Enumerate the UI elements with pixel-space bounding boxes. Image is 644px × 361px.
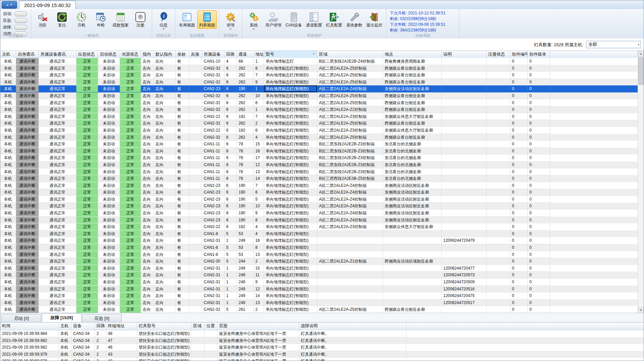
fault-column-header[interactable]: 回路 [95,322,106,330]
reset-button[interactable]: 复位 [53,10,71,29]
table-row[interactable]: 本机通讯中断通讯正常正常未启动正常左向左向有CAN2-23619010单向地埋标… [0,203,644,210]
tab-emergency[interactable]: 应急 [0] [82,314,122,322]
annual-check-button[interactable]: 年检 [91,10,110,29]
main-column-header[interactable]: 通道 [237,51,254,58]
table-row[interactable]: 本机通讯中断通讯正常正常未启动正常左向左向有CAN2-31124916单向地埋标… [0,237,644,244]
scrollbar-thumb[interactable] [638,57,644,85]
table-row[interactable]: 本机通讯中断通讯正常正常未启动正常左向左向有CAN1-1167816单向地埋标志… [0,148,644,155]
table-row[interactable]: 本机通讯中断通讯正常正常未启动正常左向左向有CAN2-2361906单向地埋标志… [0,189,644,196]
info-button[interactable]: i 信息 ▾ [154,10,173,31]
fault-row[interactable]: 2021-09-09 15:39:59.982本机CAN2-34246壁挂安全出… [0,344,644,351]
table-row[interactable]: 本机通讯中断通讯正常正常未启动正常左向左向有CAN2-3262621单向地埋标志… [0,106,644,113]
can-device-button[interactable]: CAN设备 [284,10,304,29]
fault-column-header[interactable]: 灯具型号 [137,322,191,330]
tab-start[interactable]: 启动 [0] [2,314,41,322]
table-row[interactable]: 本机通讯中断通讯正常正常未启动正常左向左向有CAN1-855313单向地埋标志灯… [0,251,644,258]
table-row[interactable]: 本机通讯中断通讯正常正常未启动正常左向左向有CAN2-2361901单向地埋标志… [0,85,644,92]
tab-fault[interactable]: 故障 [1529] [42,313,81,322]
main-column-header[interactable]: 默认指向 [154,51,176,58]
table-row[interactable]: 本机通讯中断通讯正常正常未启动正常左向左向有CAN2-2361909单向地埋标志… [0,210,644,217]
app-menu-button[interactable]: ≡ ▼ [2,1,17,9]
fault-column-header[interactable]: 故障说明 [299,322,406,330]
table-row[interactable]: 本机通讯中断通讯正常正常未启动正常左向左向有CAN1-1167814单向地埋标志… [0,175,644,182]
table-row[interactable]: 本机通讯中断通讯正常正常未启动正常左向左向有CAN2-2361908单向地埋标志… [0,217,644,224]
user-management-button[interactable]: 用户管理 [264,10,283,29]
main-column-header[interactable]: 反接 [189,51,202,58]
table-row[interactable]: 本机通讯中断通讯正常正常未启动正常左向左向有CAN2-31124915单向地埋标… [0,265,644,272]
fault-row[interactable]: 2021-09-09 15:39:59.984本机CAN2-34248壁挂安全出… [0,330,644,337]
table-row[interactable]: 本机通讯中断通讯正常正常未启动正常左向左向有CAN2-3112499单向地埋标志… [0,279,644,286]
main-column-header[interactable]: 启动状态 [98,51,120,58]
main-column-header[interactable]: 指向 [141,51,154,58]
table-row[interactable]: 本机通讯中断通讯正常正常未启动正常左向左向有CAN1-85538单向地埋标志灯(… [0,244,644,251]
fault-column-header[interactable]: 页面 [217,322,299,330]
table-row[interactable]: 本机通讯中断通讯正常正常未启动正常左向左向有CAN1-85534单向地埋标志灯(… [0,230,644,237]
main-column-header[interactable]: 说明 [442,51,487,58]
lamp-config-button[interactable]: 灯具配置 [324,10,344,29]
main-column-header[interactable]: 应急状态 [76,51,98,58]
list-view-button[interactable]: 列表视图 [197,10,217,29]
fault-row[interactable]: 2021-09-09 15:39:59.979本机CAN2-34243壁挂安全出… [0,351,644,358]
manage-button[interactable]: 管理 ▾ [221,10,240,31]
table-row[interactable]: 本机通讯中断通讯正常正常未启动正常左向左向有CAN2-3262628单向地埋标志… [0,65,644,72]
exit-monitor-button[interactable]: 退出监控 [365,10,384,29]
table-row[interactable]: 本机通讯中断通讯正常正常未启动正常左向左向有CAN2-3052442单向地埋标志… [0,258,644,265]
table-row[interactable]: 本机通讯中断通讯正常正常未启动正常左向左向有CAN1-1167812单向地埋标志… [0,161,644,168]
register-button[interactable]: ® 注册 [131,10,150,29]
table-row[interactable]: 本机通讯中断通讯正常正常未启动正常左向左向有CAN2-3262624单向地埋标志… [0,134,644,141]
main-column-header[interactable]: 所属设备通讯 [39,51,76,58]
table-row[interactable]: 本机通讯中断通讯正常正常未启动正常左向左向有CAN2-3252612单向地埋标志… [0,306,644,313]
fault-row[interactable]: 2021-09-09 15:39:59.982本机CAN2-34247壁挂安全出… [0,337,644,344]
table-row[interactable]: 本机通讯中断通讯正常正常未启动正常左向左向有CAN2-31124913单向地埋标… [0,299,644,306]
fault-column-header[interactable]: 终端地址 [106,322,137,330]
scroll-down-icon[interactable]: ▼ [638,307,644,313]
table-row[interactable]: 本机通讯中断通讯正常正常未启动正常左向左向有CAN2-3262629单向地埋标志… [0,79,644,86]
main-column-header[interactable]: 地址 [254,51,264,58]
monthly-check-button[interactable]: 月检 [72,10,91,29]
fault-column-header[interactable]: 位置 [205,322,217,330]
table-row[interactable]: 本机通讯中断通讯正常正常未启动正常左向左向有CAN2-32626210单向地埋标… [0,92,644,99]
mute-button[interactable]: 消音 [33,10,52,29]
table-row[interactable]: 本机通讯中断通讯正常正常未启动正常左向左向有CAN2-31124914单向地埋标… [0,292,644,299]
system-params-button[interactable]: 系统参数 [344,10,364,29]
table-row[interactable]: 本机通讯中断通讯正常正常未启动正常左向左向有CAN2-2261827单向地埋标志… [0,113,644,120]
table-row[interactable]: 本机通讯中断通讯正常正常未启动正常左向左向有CAN2-2361905单向地埋标志… [0,196,644,203]
fault-column-header[interactable]: 时间 [0,322,59,330]
main-column-header[interactable]: 注册状态 [487,51,510,58]
main-column-header[interactable]: 型号▲ [264,51,317,58]
main-column-header[interactable]: 自身通讯 [16,51,39,58]
system-button[interactable]: 系统 ▾ [244,10,263,31]
host-select[interactable]: 全部 ▾ [586,41,641,48]
main-column-header[interactable]: 所属设备 [202,51,224,58]
fault-column-header[interactable]: 主机 [59,322,71,330]
main-column-header[interactable]: 回路 [224,51,237,58]
main-column-header[interactable]: 主机 [0,51,16,58]
table-row[interactable]: 本机通讯中断通讯正常正常未启动正常左向左向有CAN1-1167815单向地埋标志… [0,141,644,148]
evacuation-plan-button[interactable]: 疏散预案 [111,10,130,29]
table-row[interactable]: 本机通讯中断通讯正常正常未启动正常左向左向有CAN1-104681单向地埋标志灯… [0,58,644,65]
table-row[interactable]: 本机通讯中断通讯正常正常未启动正常左向左向有CAN1-1167817单向地埋标志… [0,154,644,161]
table-row[interactable]: 本机通讯中断通讯正常正常未启动正常左向左向有CAN2-2261824单向地埋标志… [0,223,644,230]
table-row[interactable]: 本机通讯中断通讯正常正常未启动正常左向左向有CAN2-3262622单向地埋标志… [0,120,644,127]
main-column-header[interactable]: 光源状态 [120,51,141,58]
cell-page: 延安全民健身中心体育馆A区地下一层 [217,358,299,361]
layout-view-button[interactable]: 布局视图 [177,10,197,29]
table-row[interactable]: 本机通讯中断通讯正常正常未启动正常左向左向有CAN2-2261826单向地埋标志… [0,127,644,134]
vertical-scrollbar[interactable]: ▲ ▼ [638,51,644,313]
main-column-header[interactable]: 区域 [317,51,383,58]
table-row[interactable]: 本机通讯中断通讯正常正常未启动正常左向左向有CAN2-3262626单向地埋标志… [0,99,644,106]
table-row[interactable]: 本机通讯中断通讯正常正常未启动正常左向左向有CAN2-31124911单向地埋标… [0,272,644,279]
main-column-header[interactable]: 软件编号 [510,51,528,58]
channel-config-button[interactable]: 通道配置 [304,10,324,29]
main-column-header[interactable]: 坐标 [176,51,189,58]
table-row[interactable]: 本机通讯中断通讯正常正常未启动正常左向左向有CAN2-2361907单向地埋标志… [0,182,644,189]
table-row[interactable]: 本机通讯中断通讯正常正常未启动正常左向左向有CAN1-1167813单向地埋标志… [0,168,644,175]
main-column-header[interactable]: 软件版本 [528,51,550,58]
main-column-header[interactable]: 地点 [383,51,442,58]
fault-column-header[interactable]: 区域 [191,322,205,330]
scroll-up-icon[interactable]: ▲ [638,51,644,57]
table-row[interactable]: 本机通讯中断通讯正常正常未启动正常左向左向有CAN2-3262627单向地埋标志… [0,72,644,79]
fault-row[interactable]: 2021-09-09 15:39:59.978本机CAN2-34242壁挂安全出… [0,358,644,361]
table-row[interactable]: 本机通讯中断通讯正常正常未启动正常左向左向有CAN2-31124912单向地埋标… [0,286,644,293]
fault-column-header[interactable]: 设备 [71,322,95,330]
